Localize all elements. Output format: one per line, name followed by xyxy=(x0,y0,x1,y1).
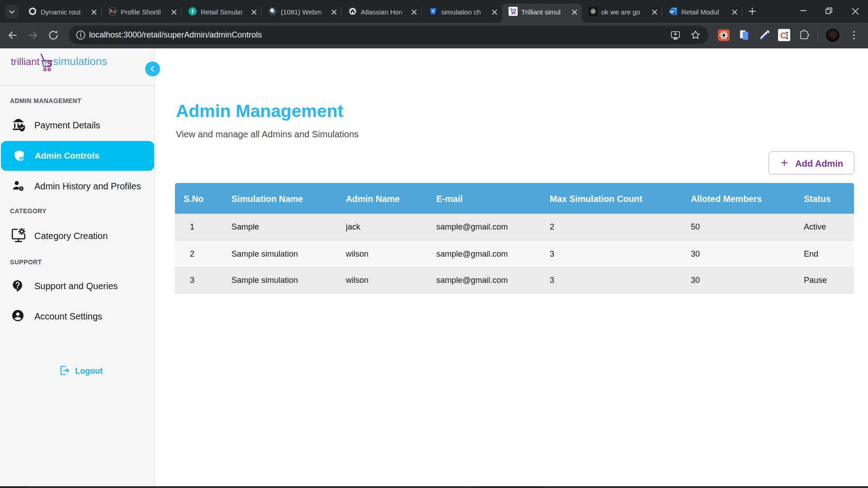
svg-text:W: W xyxy=(670,9,674,14)
svg-text:S: S xyxy=(47,60,52,68)
svg-text:TS: TS xyxy=(511,9,515,13)
svg-text:C: C xyxy=(780,31,787,40)
